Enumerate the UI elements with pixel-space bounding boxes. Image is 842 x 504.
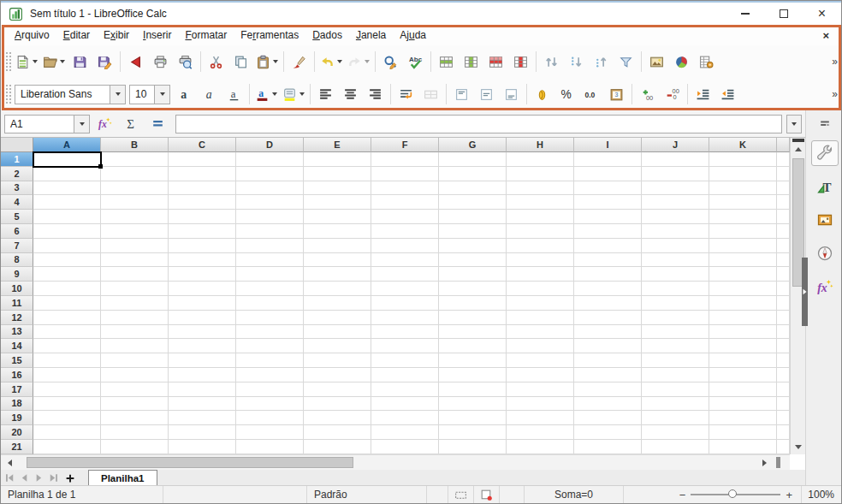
cell-E11[interactable] (304, 296, 371, 311)
cell-B13[interactable] (101, 325, 169, 340)
cell-H7[interactable] (507, 239, 574, 253)
cell-partial[interactable] (777, 368, 790, 382)
cell-K18[interactable] (709, 397, 777, 412)
cell-D16[interactable] (236, 368, 304, 382)
cell-K8[interactable] (709, 253, 777, 268)
cell-E19[interactable] (304, 411, 371, 425)
zoom-slider[interactable] (691, 494, 780, 495)
cell-K3[interactable] (709, 181, 777, 196)
cell-F12[interactable] (371, 311, 439, 325)
cell-partial[interactable] (777, 167, 790, 181)
cell-A16[interactable] (33, 368, 101, 382)
equals-button[interactable] (145, 113, 169, 135)
row-header-16[interactable]: 16 (1, 368, 33, 382)
dropdown-caret-icon[interactable] (273, 60, 278, 63)
cell-C15[interactable] (169, 353, 236, 368)
align-top-button[interactable] (449, 81, 474, 107)
cell-B16[interactable] (101, 368, 169, 382)
cell-I6[interactable] (574, 224, 642, 239)
sort-descending-button[interactable] (589, 49, 614, 74)
dropdown-caret-icon[interactable] (365, 60, 370, 63)
cell-D9[interactable] (236, 267, 304, 282)
cell-A9[interactable] (33, 267, 101, 282)
cell-H1[interactable] (507, 152, 574, 167)
cell-G15[interactable] (439, 353, 507, 368)
cell-G14[interactable] (439, 339, 507, 353)
cell-H4[interactable] (507, 195, 574, 210)
cell-F9[interactable] (371, 267, 439, 282)
cell-F2[interactable] (371, 167, 439, 181)
cell-I4[interactable] (574, 195, 642, 210)
cell-C3[interactable] (169, 181, 236, 196)
sum-button[interactable]: Σ (119, 113, 143, 135)
column-header-J[interactable]: J (642, 138, 709, 152)
print-preview-button[interactable] (173, 49, 198, 74)
align-right-button[interactable] (363, 81, 388, 107)
cell-K1[interactable] (709, 152, 777, 167)
row-header-13[interactable]: 13 (1, 325, 33, 340)
cell-B6[interactable] (101, 224, 169, 239)
cell-E17[interactable] (304, 382, 371, 397)
cell-G4[interactable] (439, 195, 507, 210)
insert-chart-button[interactable] (669, 49, 694, 74)
cell-D17[interactable] (236, 382, 304, 397)
cell-E5[interactable] (304, 210, 371, 224)
cell-F11[interactable] (371, 296, 439, 311)
cell-J6[interactable] (642, 224, 709, 239)
row-header-18[interactable]: 18 (1, 397, 33, 412)
cell-partial[interactable] (777, 282, 790, 296)
page-style-status[interactable]: Padrão (307, 486, 427, 503)
selection-mode-status[interactable] (448, 486, 474, 503)
cell-A2[interactable] (33, 167, 101, 181)
cell-G16[interactable] (439, 368, 507, 382)
cell-G2[interactable] (439, 167, 507, 181)
cell-A19[interactable] (33, 411, 101, 425)
cell-partial[interactable] (777, 253, 790, 268)
delete-decimal-button[interactable]: 000 (660, 81, 685, 107)
cell-H20[interactable] (507, 425, 574, 440)
column-header-G[interactable]: G (439, 138, 507, 152)
cell-E21[interactable] (304, 440, 371, 454)
export-pdf-button[interactable] (123, 49, 148, 74)
dropdown-caret-icon[interactable] (299, 92, 305, 96)
close-document-button[interactable]: × (817, 29, 834, 42)
font-size-select[interactable]: 10 (129, 85, 170, 104)
date-format-button[interactable]: 3 (604, 81, 629, 107)
cell-C11[interactable] (169, 296, 236, 311)
cell-E13[interactable] (304, 325, 371, 340)
save-button[interactable] (68, 49, 92, 74)
column-header-E[interactable]: E (304, 138, 371, 152)
sheet-tab-planilha1[interactable]: Planilha1 (88, 470, 157, 485)
cell-K20[interactable] (709, 425, 777, 440)
cell-G19[interactable] (439, 411, 507, 425)
cell-K2[interactable] (709, 167, 777, 181)
document-modified-status[interactable] (474, 486, 500, 503)
menu-arquivo[interactable]: Arquivo (8, 27, 56, 44)
cell-H11[interactable] (507, 296, 574, 311)
zoom-level[interactable]: 100% (802, 489, 841, 501)
align-bottom-button[interactable] (499, 81, 524, 107)
name-box-dropdown[interactable] (74, 116, 89, 133)
cell-E20[interactable] (304, 425, 371, 440)
cell-G11[interactable] (439, 296, 507, 311)
cell-J7[interactable] (642, 239, 709, 253)
cell-J16[interactable] (642, 368, 709, 382)
cell-partial[interactable] (777, 311, 790, 325)
cell-J21[interactable] (642, 440, 709, 454)
row-header-7[interactable]: 7 (1, 239, 33, 253)
cell-F1[interactable] (371, 152, 439, 167)
cell-I14[interactable] (574, 339, 642, 353)
cell-F19[interactable] (371, 411, 439, 425)
wrap-text-button[interactable] (394, 81, 418, 107)
cell-G3[interactable] (439, 181, 507, 196)
cell-partial[interactable] (777, 210, 790, 224)
cell-G17[interactable] (439, 382, 507, 397)
cell-F7[interactable] (371, 239, 439, 253)
menu-editar[interactable]: Editar (56, 27, 97, 44)
cell-I17[interactable] (574, 382, 642, 397)
cell-C7[interactable] (169, 239, 236, 253)
cell-C14[interactable] (169, 339, 236, 353)
cell-J15[interactable] (642, 353, 709, 368)
cell-A13[interactable] (33, 325, 101, 340)
cell-E18[interactable] (304, 397, 371, 412)
